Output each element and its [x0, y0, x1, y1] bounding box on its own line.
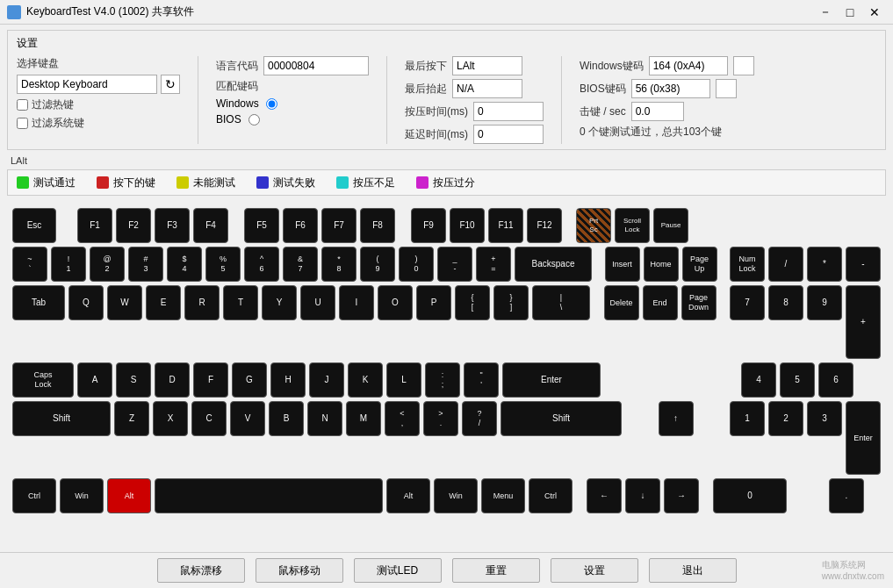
key-numstar[interactable]: * — [807, 247, 842, 282]
key-lalt[interactable]: Alt — [107, 478, 151, 513]
key-p[interactable]: P — [416, 285, 451, 320]
key-lbracket[interactable]: { [ — [455, 285, 490, 320]
key-up[interactable]: ↑ — [659, 401, 694, 436]
key-quote[interactable]: " ' — [464, 362, 499, 398]
key-f[interactable]: F — [193, 362, 228, 398]
key-x[interactable]: X — [153, 401, 188, 436]
key-1[interactable]: ! 1 — [51, 247, 86, 282]
key-d[interactable]: D — [155, 362, 190, 398]
key-e[interactable]: E — [146, 285, 181, 320]
key-o[interactable]: O — [378, 285, 413, 320]
key-rwin[interactable]: Win — [434, 478, 478, 513]
key-tab[interactable]: Tab — [12, 285, 65, 320]
key-slash[interactable]: ? / — [462, 401, 497, 436]
key-print[interactable]: PrtSc — [576, 208, 611, 243]
key-right[interactable]: → — [664, 478, 699, 513]
key-pageup[interactable]: PageUp — [682, 247, 717, 282]
keyboard-select[interactable]: Desktop Keyboard — [17, 75, 157, 94]
key-num5[interactable]: 5 — [780, 362, 815, 398]
key-pagedown[interactable]: PageDown — [681, 285, 717, 320]
key-scroll[interactable]: ScrollLock — [615, 208, 650, 243]
key-f4[interactable]: F4 — [193, 208, 228, 243]
key-num6[interactable]: 6 — [818, 362, 853, 398]
key-esc[interactable]: Esc — [12, 208, 56, 243]
key-menu[interactable]: Menu — [481, 478, 525, 513]
lang-code-input[interactable] — [263, 56, 369, 75]
key-q[interactable]: Q — [68, 285, 104, 320]
key-equals[interactable]: + = — [476, 247, 511, 282]
filter-hotkey-checkbox[interactable] — [17, 99, 28, 111]
exit-button[interactable]: 退出 — [649, 558, 737, 583]
key-5[interactable]: % 5 — [205, 247, 241, 282]
key-2[interactable]: @ 2 — [90, 247, 125, 282]
key-t[interactable]: T — [223, 285, 258, 320]
key-b[interactable]: B — [269, 401, 304, 436]
key-6[interactable]: ^ 6 — [244, 247, 279, 282]
key-k[interactable]: K — [348, 362, 383, 398]
key-numenter[interactable]: Enter — [846, 401, 881, 475]
key-a[interactable]: A — [77, 362, 112, 398]
test-led-button[interactable]: 测试LED — [354, 558, 442, 583]
key-3[interactable]: # 3 — [128, 247, 163, 282]
key-lwin[interactable]: Win — [60, 478, 104, 513]
key-num4[interactable]: 4 — [741, 362, 776, 398]
key-num8[interactable]: 8 — [768, 285, 803, 320]
maximize-button[interactable]: □ — [839, 4, 861, 21]
reset-button[interactable]: 重置 — [452, 558, 540, 583]
key-7[interactable]: & 7 — [283, 247, 318, 282]
key-num0[interactable]: 0 — [713, 478, 787, 513]
key-num3[interactable]: 3 — [807, 401, 842, 436]
key-numplus[interactable]: + — [846, 285, 881, 359]
key-rbracket[interactable]: } ] — [493, 285, 529, 320]
key-backspace[interactable]: Backspace — [515, 247, 592, 282]
key-z[interactable]: Z — [114, 401, 149, 436]
key-rshift[interactable]: Shift — [501, 401, 622, 436]
key-rctrl[interactable]: Ctrl — [529, 478, 573, 513]
close-button[interactable]: ✕ — [863, 4, 886, 21]
key-i[interactable]: I — [339, 285, 374, 320]
key-v[interactable]: V — [230, 401, 265, 436]
key-left[interactable]: ← — [587, 478, 622, 513]
key-r[interactable]: R — [184, 285, 220, 320]
key-numminus[interactable]: - — [846, 247, 881, 282]
key-capslock[interactable]: CapsLock — [12, 362, 74, 398]
key-insert[interactable]: Insert — [605, 247, 640, 282]
key-j[interactable]: J — [309, 362, 344, 398]
key-h[interactable]: H — [270, 362, 306, 398]
key-f11[interactable]: F11 — [488, 208, 523, 243]
key-enter[interactable]: Enter — [502, 362, 601, 398]
minimize-button[interactable]: － — [814, 4, 837, 21]
key-f12[interactable]: F12 — [527, 208, 562, 243]
mouse-drift-button[interactable]: 鼠标漂移 — [157, 558, 245, 583]
key-f3[interactable]: F3 — [155, 208, 190, 243]
key-numslash[interactable]: / — [768, 247, 803, 282]
key-num7[interactable]: 7 — [730, 285, 765, 320]
settings-button[interactable]: 设置 — [551, 558, 638, 583]
key-f7[interactable]: F7 — [321, 208, 356, 243]
key-pause[interactable]: Pause — [653, 208, 688, 243]
key-f6[interactable]: F6 — [283, 208, 318, 243]
key-end[interactable]: End — [643, 285, 678, 320]
key-f10[interactable]: F10 — [450, 208, 485, 243]
key-semicolon[interactable]: : ; — [425, 362, 460, 398]
key-y[interactable]: Y — [262, 285, 297, 320]
refresh-button[interactable]: ↻ — [161, 75, 180, 94]
key-space[interactable] — [155, 478, 383, 513]
key-lshift[interactable]: Shift — [12, 401, 111, 436]
key-f2[interactable]: F2 — [116, 208, 151, 243]
key-num1[interactable]: 1 — [730, 401, 765, 436]
key-ralt[interactable]: Alt — [386, 478, 430, 513]
mouse-move-button[interactable]: 鼠标移动 — [256, 558, 343, 583]
key-backslash[interactable]: | \ — [532, 285, 590, 320]
windows-radio[interactable] — [266, 98, 277, 110]
key-f9[interactable]: F9 — [411, 208, 446, 243]
key-f8[interactable]: F8 — [360, 208, 395, 243]
key-u[interactable]: U — [300, 285, 335, 320]
key-numlock[interactable]: NumLock — [730, 247, 765, 282]
key-l[interactable]: L — [386, 362, 421, 398]
key-4[interactable]: $ 4 — [167, 247, 202, 282]
key-delete[interactable]: Delete — [604, 285, 639, 320]
bios-radio[interactable] — [248, 114, 260, 125]
key-g[interactable]: G — [232, 362, 267, 398]
key-9[interactable]: ( 9 — [360, 247, 395, 282]
